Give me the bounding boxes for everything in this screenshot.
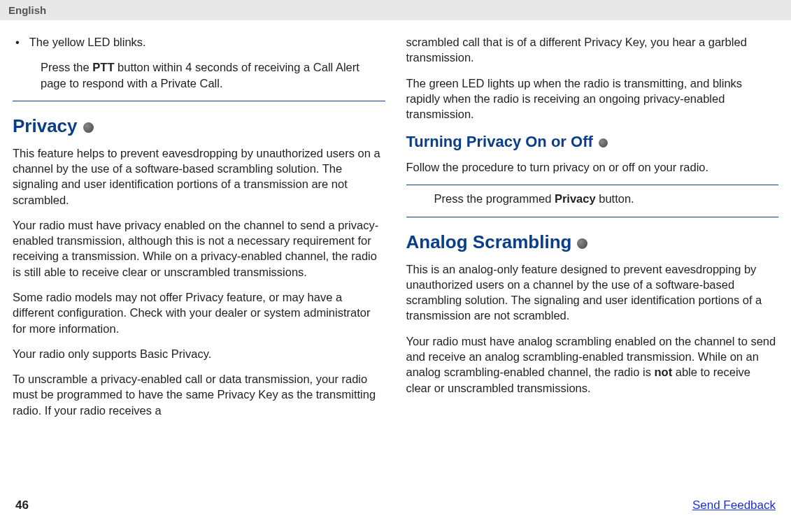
ptt-instruction: Press the PTT button within 4 seconds of… (41, 59, 385, 91)
bullet-text: The yellow LED blinks. (29, 34, 146, 50)
privacy-step-before: Press the programmed (434, 192, 555, 205)
ptt-text-before: Press the (41, 61, 92, 73)
privacy-paragraph-5: To unscramble a privacy-enabled call or … (13, 371, 385, 418)
turning-privacy-heading-text: Turning Privacy On or Off (406, 131, 593, 152)
privacy-step-bold: Privacy (555, 192, 596, 205)
privacy-paragraph-2: Your radio must have privacy enabled on … (13, 217, 385, 280)
bullet-item: • The yellow LED blinks. (13, 34, 385, 50)
section-rule (406, 217, 779, 217)
bullet-dot: • (15, 34, 20, 50)
section-rule (13, 101, 385, 101)
privacy-heading-text: Privacy (13, 114, 78, 138)
analog-scrambling-heading-text: Analog Scrambling (406, 230, 572, 254)
privacy-paragraph-3: Some radio models may not offer Privacy … (13, 289, 385, 336)
turning-privacy-paragraph: Follow the procedure to turn privacy on … (406, 159, 779, 175)
globe-icon (599, 138, 608, 148)
privacy-continued-1: scrambled call that is of a different Pr… (406, 34, 779, 66)
analog-scrambling-heading: Analog Scrambling (406, 230, 779, 254)
privacy-step-after: button. (596, 192, 634, 205)
globe-icon (577, 238, 587, 249)
send-feedback-link[interactable]: Send Feedback (692, 498, 776, 512)
turning-privacy-heading: Turning Privacy On or Off (406, 131, 779, 152)
privacy-paragraph-4: Your radio only supports Basic Privacy. (13, 346, 385, 361)
page-number: 46 (15, 498, 29, 512)
page-body: • The yellow LED blinks. Press the PTT b… (0, 20, 791, 496)
page-footer: 46 Send Feedback (0, 496, 791, 519)
privacy-paragraph-1: This feature helps to prevent eavesdropp… (13, 145, 385, 208)
column-right: scrambled call that is of a different Pr… (406, 34, 779, 489)
column-left: • The yellow LED blinks. Press the PTT b… (13, 34, 385, 489)
ptt-bold: PTT (92, 61, 114, 73)
section-rule (406, 185, 779, 185)
globe-icon (83, 122, 94, 133)
analog-paragraph-1: This is an analog-only feature designed … (406, 261, 779, 324)
privacy-continued-2: The green LED lights up when the radio i… (406, 76, 779, 122)
privacy-heading: Privacy (13, 114, 385, 138)
header-language: English (8, 4, 46, 16)
header-bar: English (0, 0, 791, 20)
analog-p2-bold: not (654, 366, 672, 378)
analog-paragraph-2: Your radio must have analog scrambling e… (406, 333, 779, 396)
privacy-step: Press the programmed Privacy button. (434, 191, 779, 206)
